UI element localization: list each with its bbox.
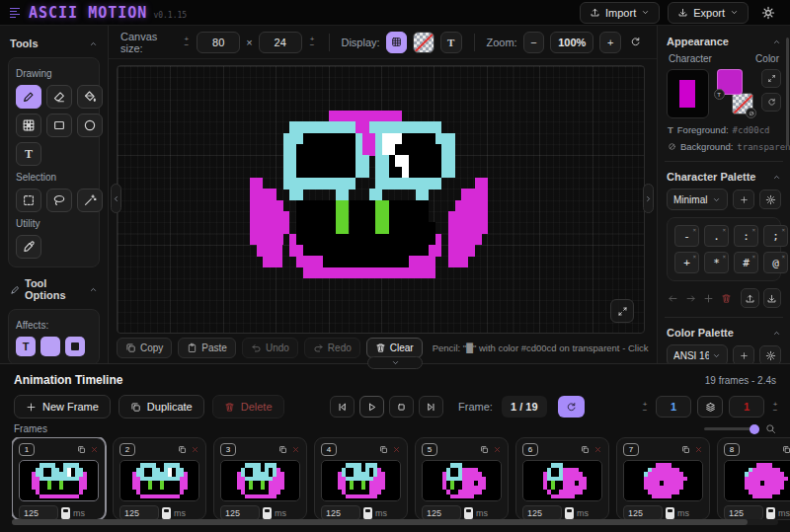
onion-prev-stepper[interactable]: +− <box>640 402 650 413</box>
duplicate-frame-icon[interactable] <box>178 445 187 454</box>
drawing-canvas[interactable] <box>117 65 645 334</box>
tools-section-header[interactable]: Tools <box>10 38 98 49</box>
last-frame-button[interactable] <box>419 396 443 418</box>
palette-import-button[interactable] <box>763 288 781 308</box>
tool-pencil[interactable] <box>16 85 41 109</box>
zoom-value[interactable]: 100% <box>550 32 593 53</box>
color-palette-settings-button[interactable] <box>759 345 781 365</box>
display-grid-toggle[interactable] <box>386 32 408 53</box>
frame-duration-input[interactable]: 125 <box>724 505 763 520</box>
canvas-expand-button[interactable] <box>610 299 634 323</box>
reset-colors-button[interactable] <box>761 93 781 112</box>
export-button[interactable]: Export <box>668 2 749 24</box>
clear-button[interactable]: Clear <box>366 338 423 358</box>
frame-card[interactable]: 6 125 ms <box>515 437 609 520</box>
duplicate-frame-icon[interactable] <box>581 445 590 454</box>
frame-duration-input[interactable]: 125 <box>119 505 159 520</box>
tool-eyedropper[interactable] <box>16 235 41 259</box>
color-palette-header[interactable]: Color Palette <box>667 327 781 339</box>
canvas-width-input[interactable]: 80 <box>197 32 240 53</box>
loop-toggle-button[interactable] <box>558 396 585 418</box>
duplicate-frame-icon[interactable] <box>278 445 287 454</box>
onion-prev-count[interactable]: 1 <box>656 396 691 418</box>
character-key[interactable]: ×. <box>704 225 729 247</box>
first-frame-button[interactable] <box>330 396 355 418</box>
frame-thumbnail[interactable] <box>422 460 502 501</box>
tool-fill-grid[interactable] <box>16 114 41 137</box>
character-key[interactable]: ×# <box>734 252 758 273</box>
tool-ellipse[interactable] <box>77 114 103 137</box>
theme-toggle-button[interactable] <box>756 2 780 24</box>
palette-delete-char-button[interactable] <box>720 290 734 307</box>
import-button[interactable]: Import <box>580 2 660 24</box>
add-color-palette-button[interactable] <box>733 345 754 365</box>
frame-duration-input[interactable]: 125 <box>321 505 360 520</box>
character-palette-header[interactable]: Character Palette <box>667 171 781 183</box>
tool-rectangle[interactable] <box>46 114 72 137</box>
tool-text[interactable]: T <box>16 142 41 166</box>
character-key[interactable]: ×@ <box>763 252 788 273</box>
stop-button[interactable] <box>389 396 414 418</box>
delete-frame-icon[interactable] <box>90 445 99 454</box>
palette-export-button[interactable] <box>741 288 758 308</box>
character-palette-settings-button[interactable] <box>759 190 781 209</box>
tool-magic-wand[interactable] <box>77 189 103 212</box>
zoom-reset-button[interactable] <box>627 32 645 53</box>
onion-next-count[interactable]: 1 <box>729 396 764 418</box>
width-stepper[interactable]: +− <box>182 37 191 47</box>
frame-thumbnail[interactable] <box>522 460 602 501</box>
timeline-collapse-handle[interactable] <box>367 356 423 369</box>
new-frame-button[interactable]: New Frame <box>14 395 111 418</box>
frame-duration-input[interactable]: 125 <box>422 505 461 520</box>
add-character-palette-button[interactable] <box>733 190 754 209</box>
palette-prev-button[interactable] <box>667 290 680 307</box>
frame-thumbnail[interactable] <box>321 460 401 501</box>
frame-card[interactable]: 5 125 ms <box>415 437 509 520</box>
height-stepper[interactable]: +− <box>308 37 317 47</box>
sidebar-scrollbar[interactable] <box>786 38 789 146</box>
onion-next-stepper[interactable]: +− <box>770 402 780 413</box>
affects-text-badge[interactable]: T <box>16 337 36 356</box>
frame-thumbnail[interactable] <box>623 460 703 501</box>
frame-duration-input[interactable]: 125 <box>19 505 58 520</box>
duplicate-frame-button[interactable]: Duplicate <box>118 395 204 418</box>
zoom-in-button[interactable]: + <box>599 32 621 53</box>
frame-card[interactable]: 4 125 ms <box>314 437 408 520</box>
character-key[interactable]: ×; <box>763 225 788 247</box>
frame-thumbnail[interactable] <box>724 460 790 501</box>
display-text-toggle[interactable]: T <box>440 32 462 53</box>
collapse-left-panel-handle[interactable] <box>111 184 121 213</box>
swap-colors-button[interactable] <box>761 69 781 88</box>
character-key[interactable]: ×- <box>674 225 699 247</box>
frame-thumbnail[interactable] <box>220 460 300 501</box>
collapse-right-panel-handle[interactable] <box>643 184 654 213</box>
character-key[interactable]: ×* <box>704 252 729 273</box>
delete-frame-icon[interactable] <box>493 445 502 454</box>
duplicate-frame-icon[interactable] <box>77 445 86 454</box>
frame-card[interactable]: 1 125 ms <box>12 437 106 520</box>
paste-button[interactable]: Paste <box>178 338 236 358</box>
tool-lasso[interactable] <box>46 189 72 212</box>
frame-duration-input[interactable]: 125 <box>623 505 663 520</box>
tool-eraser[interactable] <box>46 85 72 109</box>
character-key[interactable]: ×+ <box>674 252 699 273</box>
appearance-header[interactable]: Appearance <box>667 36 781 47</box>
delete-frame-icon[interactable] <box>291 445 300 454</box>
frame-card[interactable]: 7 125 ms <box>616 437 710 520</box>
play-button[interactable] <box>359 396 384 418</box>
frame-card[interactable]: 3 125 ms <box>213 437 307 520</box>
frame-thumbnail[interactable] <box>19 460 99 501</box>
character-key[interactable]: ×: <box>734 225 758 247</box>
zoom-out-button[interactable]: − <box>523 32 545 53</box>
redo-button[interactable]: Redo <box>304 338 360 358</box>
copy-button[interactable]: Copy <box>117 338 172 358</box>
tool-paint-bucket[interactable] <box>77 85 103 109</box>
duplicate-frame-icon[interactable] <box>379 445 388 454</box>
canvas-height-input[interactable]: 24 <box>259 32 302 53</box>
delete-frame-icon[interactable] <box>191 445 199 454</box>
slider-thumb[interactable] <box>750 424 759 434</box>
tool-select-rect[interactable] <box>16 189 41 212</box>
frame-card[interactable]: 8 125 ms <box>717 437 790 520</box>
duplicate-frame-icon[interactable] <box>782 445 790 454</box>
character-preview[interactable] <box>667 69 709 118</box>
